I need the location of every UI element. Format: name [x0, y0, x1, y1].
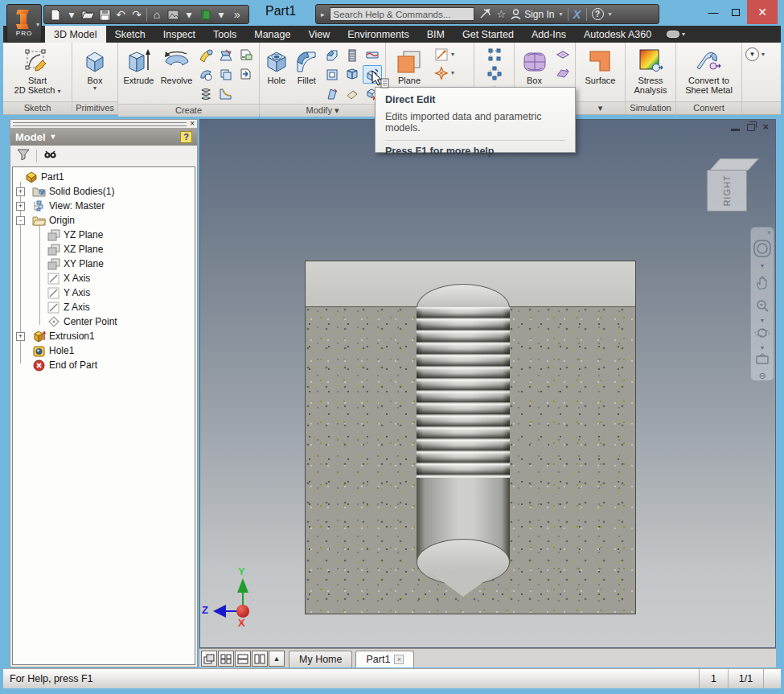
- tab-3d-model[interactable]: 3D Model: [45, 26, 106, 43]
- cascade-windows-button[interactable]: [201, 651, 217, 667]
- sign-in-dropdown-icon[interactable]: ▾: [560, 10, 563, 18]
- hole-button[interactable]: Hole: [262, 45, 291, 85]
- chevron-down-icon[interactable]: ▼: [760, 318, 766, 323]
- derive-icon[interactable]: [236, 46, 256, 64]
- freeform-face-icon[interactable]: [553, 64, 573, 82]
- collapse-search-icon[interactable]: ▸: [321, 10, 325, 18]
- tree-item-x-axis[interactable]: X Axis: [13, 271, 195, 285]
- browser-grip[interactable]: ×: [10, 120, 197, 128]
- panel-label-modify[interactable]: Modify ▾: [260, 104, 385, 117]
- save-icon[interactable]: [98, 9, 111, 21]
- chevron-down-icon[interactable]: ▼: [760, 264, 766, 269]
- panel-label-surface[interactable]: ▾: [576, 101, 625, 114]
- browser-help-icon[interactable]: ?: [180, 131, 192, 143]
- tab-inspect[interactable]: Inspect: [154, 26, 204, 43]
- start-2d-sketch-button[interactable]: Start 2D Sketch ▾: [14, 45, 61, 95]
- minimize-button[interactable]: —: [702, 6, 724, 18]
- open-icon[interactable]: [81, 9, 95, 20]
- thicken-icon[interactable]: [216, 65, 236, 84]
- view-cube[interactable]: RIGHT: [707, 158, 755, 215]
- tree-item-origin[interactable]: - Origin: [13, 213, 195, 228]
- maximize-button[interactable]: [724, 6, 747, 18]
- exchange-apps-icon[interactable]: X: [573, 7, 581, 21]
- view-cube-top-face[interactable]: [709, 158, 759, 170]
- favorites-star-icon[interactable]: ☆: [497, 8, 507, 20]
- more-commands-icon[interactable]: »: [231, 6, 244, 23]
- sign-in-button[interactable]: Sign In: [511, 9, 554, 20]
- tab-sketch[interactable]: Sketch: [106, 26, 154, 43]
- tab-get-started[interactable]: Get Started: [454, 26, 523, 43]
- tab-tools[interactable]: Tools: [204, 26, 245, 43]
- tile-horizontal-button[interactable]: [235, 651, 251, 667]
- expand-tabs-button[interactable]: ▲: [269, 651, 285, 667]
- orbit-icon[interactable]: [754, 326, 770, 343]
- look-at-icon[interactable]: [754, 353, 770, 369]
- expander-icon[interactable]: +: [16, 187, 25, 196]
- zoom-icon[interactable]: [755, 298, 770, 316]
- ribbon-display-options[interactable]: ▼ ▾: [745, 47, 770, 61]
- panel-label-convert[interactable]: Convert: [676, 101, 741, 114]
- new-file-dropdown-icon[interactable]: ▾: [65, 6, 78, 23]
- navigation-bar[interactable]: × ▼ ▼ ▼ ⊖: [750, 227, 774, 381]
- tab-manage[interactable]: Manage: [245, 26, 299, 43]
- point-dropdown-icon[interactable]: ▾: [451, 69, 459, 76]
- shell-icon[interactable]: [322, 65, 342, 84]
- tab-environments[interactable]: Environments: [339, 26, 417, 43]
- tab-bim[interactable]: BIM: [418, 26, 454, 43]
- convert-to-sheet-metal-button[interactable]: Convert to Sheet Metal: [685, 45, 733, 95]
- render-dropdown-icon[interactable]: ▾: [183, 6, 195, 23]
- circular-pattern-icon[interactable]: [485, 64, 504, 82]
- tree-item-y-axis[interactable]: Y Axis: [13, 285, 195, 300]
- chevron-down-icon[interactable]: ▼: [760, 346, 766, 351]
- tab-view[interactable]: View: [299, 26, 339, 43]
- tree-item-extrusion1[interactable]: + Extrusion1: [13, 329, 195, 343]
- doc-close-icon[interactable]: ×: [762, 122, 769, 132]
- coil-icon[interactable]: [196, 84, 215, 103]
- render-icon[interactable]: [166, 10, 179, 20]
- navbar-close-icon[interactable]: ×: [767, 229, 771, 236]
- freeform-box-button[interactable]: Box: [517, 45, 552, 85]
- tree-item-part[interactable]: Part1: [13, 170, 195, 184]
- surface-button[interactable]: Surface: [585, 45, 616, 85]
- expander-icon[interactable]: -: [16, 216, 25, 225]
- chamfer-icon[interactable]: [322, 46, 342, 64]
- loft-icon[interactable]: [216, 46, 236, 64]
- revolve-button[interactable]: Revolve: [158, 45, 195, 85]
- material-browser-icon[interactable]: [199, 9, 211, 21]
- primitive-box-button[interactable]: Box ▾: [82, 45, 108, 91]
- tab-close-icon[interactable]: ×: [394, 655, 404, 664]
- combine-icon[interactable]: [343, 65, 362, 84]
- axis-dropdown-icon[interactable]: ▾: [451, 51, 459, 58]
- browser-title[interactable]: Model: [15, 131, 46, 143]
- doc-restore-icon[interactable]: [747, 124, 755, 131]
- sweep-icon[interactable]: [196, 46, 215, 64]
- tree-item-xz-plane[interactable]: XZ Plane: [13, 242, 195, 257]
- freeform-plane-icon[interactable]: [553, 45, 573, 64]
- material-dropdown-icon[interactable]: ▾: [215, 6, 228, 23]
- help-dropdown-icon[interactable]: ▾: [609, 10, 612, 18]
- help-icon[interactable]: ?: [592, 8, 604, 20]
- part-model[interactable]: [305, 261, 636, 614]
- filter-icon[interactable]: [17, 149, 30, 163]
- panel-label-primitives[interactable]: Primitives: [72, 101, 117, 114]
- find-icon[interactable]: [43, 149, 58, 163]
- resize-grip[interactable]: [763, 669, 781, 688]
- panel-label-create[interactable]: Create: [118, 104, 259, 117]
- fillet-button[interactable]: Fillet: [293, 45, 322, 85]
- draft-icon[interactable]: [322, 84, 342, 103]
- pan-hand-icon[interactable]: [755, 276, 770, 294]
- tree-item-z-axis[interactable]: Z Axis: [13, 300, 195, 314]
- tab-add-ins[interactable]: Add-Ins: [523, 26, 575, 43]
- tab-autodesk-a360[interactable]: Autodesk A360: [575, 26, 660, 43]
- axis-icon[interactable]: [432, 45, 451, 64]
- split-icon[interactable]: [363, 46, 382, 64]
- rectangular-pattern-icon[interactable]: [485, 45, 504, 64]
- tree-item-end-of-part[interactable]: End of Part: [13, 358, 195, 372]
- undo-icon[interactable]: ↶: [114, 6, 127, 23]
- steering-wheel-icon[interactable]: [753, 239, 772, 261]
- import-icon[interactable]: [236, 65, 256, 84]
- stress-analysis-button[interactable]: Stress Analysis: [634, 45, 667, 95]
- navbar-customize-icon[interactable]: ⊖: [758, 372, 766, 380]
- emboss-icon[interactable]: [196, 65, 215, 84]
- rib-icon[interactable]: [216, 84, 236, 103]
